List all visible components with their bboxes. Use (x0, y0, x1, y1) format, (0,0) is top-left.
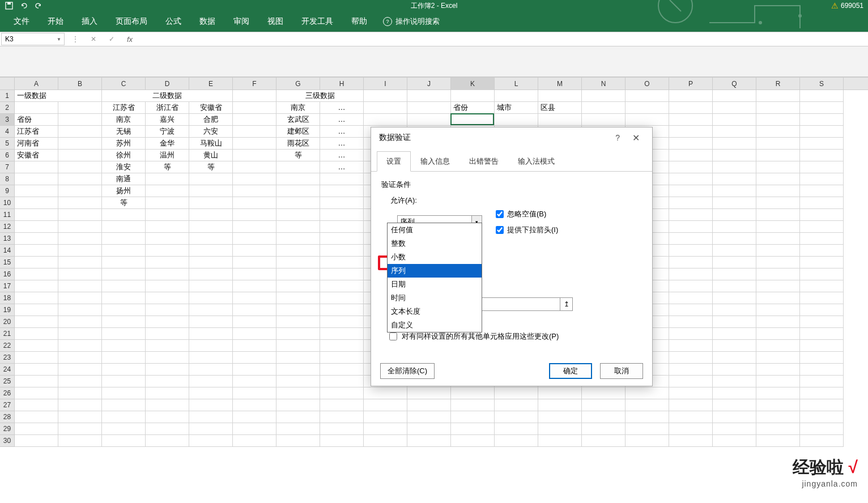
cell-E22[interactable] (189, 340, 233, 352)
cell-B6[interactable] (58, 150, 102, 161)
cell-H17[interactable] (320, 280, 364, 292)
cell-C4[interactable]: 无锡 (102, 126, 146, 138)
cell-P25[interactable] (669, 376, 713, 387)
cell-A28[interactable] (15, 411, 58, 423)
cell-E20[interactable] (189, 316, 233, 328)
cell-S18[interactable] (800, 292, 844, 304)
cell-F9[interactable] (233, 185, 276, 197)
cell-D13[interactable] (146, 233, 189, 245)
cell-B28[interactable] (58, 411, 102, 423)
cell-D21[interactable] (146, 328, 189, 340)
row-header-19[interactable]: 19 (0, 304, 15, 316)
cell-P3[interactable] (669, 114, 713, 126)
cell-B7[interactable] (58, 161, 102, 173)
cell-H23[interactable] (320, 352, 364, 364)
cell-R30[interactable] (756, 435, 800, 447)
col-header-G[interactable]: G (276, 78, 320, 90)
tell-me-input[interactable]: 操作说明搜索 (395, 16, 440, 27)
cell-R17[interactable] (756, 280, 800, 292)
cell-I27[interactable] (364, 399, 407, 411)
row-header-21[interactable]: 21 (0, 328, 15, 340)
cell-D30[interactable] (146, 435, 189, 447)
option-list[interactable]: 序列 (388, 264, 482, 278)
cell-Q14[interactable] (713, 245, 756, 257)
cell-E26[interactable] (189, 387, 233, 399)
cell-G15[interactable] (276, 257, 320, 268)
cell-D17[interactable] (146, 280, 189, 292)
cell-M29[interactable] (538, 423, 582, 435)
cell-Q11[interactable] (713, 209, 756, 221)
cell-L3[interactable] (495, 114, 538, 126)
cell-R21[interactable] (756, 328, 800, 340)
cell-C18[interactable] (102, 292, 146, 304)
cell-S11[interactable] (800, 209, 844, 221)
cell-F4[interactable] (233, 126, 276, 138)
cell-F14[interactable] (233, 245, 276, 257)
cell-G29[interactable] (276, 423, 320, 435)
cell-F26[interactable] (233, 387, 276, 399)
cancel-button[interactable]: 取消 (600, 363, 643, 379)
cell-E30[interactable] (189, 435, 233, 447)
cell-E18[interactable] (189, 292, 233, 304)
cell-E29[interactable] (189, 423, 233, 435)
cell-O2[interactable] (626, 102, 669, 114)
cell-Q6[interactable] (713, 150, 756, 161)
cell-C1[interactable]: 二级数据 (102, 90, 233, 102)
cell-A18[interactable] (15, 292, 58, 304)
cell-D29[interactable] (146, 423, 189, 435)
cell-R2[interactable] (756, 102, 800, 114)
cell-G18[interactable] (276, 292, 320, 304)
row-header-1[interactable]: 1 (0, 90, 15, 102)
cell-H27[interactable] (320, 399, 364, 411)
cell-Q2[interactable] (713, 102, 756, 114)
cell-O30[interactable] (626, 435, 669, 447)
cell-I29[interactable] (364, 423, 407, 435)
cell-D18[interactable] (146, 292, 189, 304)
cell-F24[interactable] (233, 364, 276, 376)
cell-B15[interactable] (58, 257, 102, 268)
cell-I1[interactable] (364, 90, 407, 102)
cell-Q18[interactable] (713, 292, 756, 304)
expand-icon[interactable]: ⋮ (70, 34, 80, 44)
cell-P18[interactable] (669, 292, 713, 304)
cell-R16[interactable] (756, 268, 800, 280)
col-header-N[interactable]: N (582, 78, 626, 90)
cell-B25[interactable] (58, 376, 102, 387)
cell-B12[interactable] (58, 221, 102, 233)
tab-data[interactable]: 数据 (192, 13, 223, 30)
cell-A24[interactable] (15, 364, 58, 376)
cell-F7[interactable] (233, 161, 276, 173)
cell-J3[interactable] (407, 114, 451, 126)
cell-B26[interactable] (58, 387, 102, 399)
cell-R11[interactable] (756, 209, 800, 221)
cell-D8[interactable] (146, 173, 189, 185)
cell-H5[interactable]: … (320, 138, 364, 150)
cell-A1[interactable]: 一级数据 (15, 90, 102, 102)
cell-G13[interactable] (276, 233, 320, 245)
cell-R18[interactable] (756, 292, 800, 304)
cell-B20[interactable] (58, 316, 102, 328)
cell-N1[interactable] (582, 90, 626, 102)
cell-R13[interactable] (756, 233, 800, 245)
cell-B27[interactable] (58, 399, 102, 411)
cell-S4[interactable] (800, 126, 844, 138)
ok-button[interactable]: 确定 (549, 363, 592, 379)
option-date[interactable]: 日期 (388, 278, 482, 291)
cell-Q23[interactable] (713, 352, 756, 364)
cell-H19[interactable] (320, 304, 364, 316)
cell-S14[interactable] (800, 245, 844, 257)
col-header-Q[interactable]: Q (713, 78, 756, 90)
cell-H28[interactable] (320, 411, 364, 423)
cell-R3[interactable] (756, 114, 800, 126)
row-header-10[interactable]: 10 (0, 197, 15, 209)
tab-help[interactable]: 帮助 (343, 13, 375, 30)
cell-A20[interactable] (15, 316, 58, 328)
cell-E21[interactable] (189, 328, 233, 340)
cell-R20[interactable] (756, 316, 800, 328)
cell-D12[interactable] (146, 221, 189, 233)
cell-F16[interactable] (233, 268, 276, 280)
cell-C14[interactable] (102, 245, 146, 257)
cell-R12[interactable] (756, 221, 800, 233)
cell-C29[interactable] (102, 423, 146, 435)
cell-B24[interactable] (58, 364, 102, 376)
